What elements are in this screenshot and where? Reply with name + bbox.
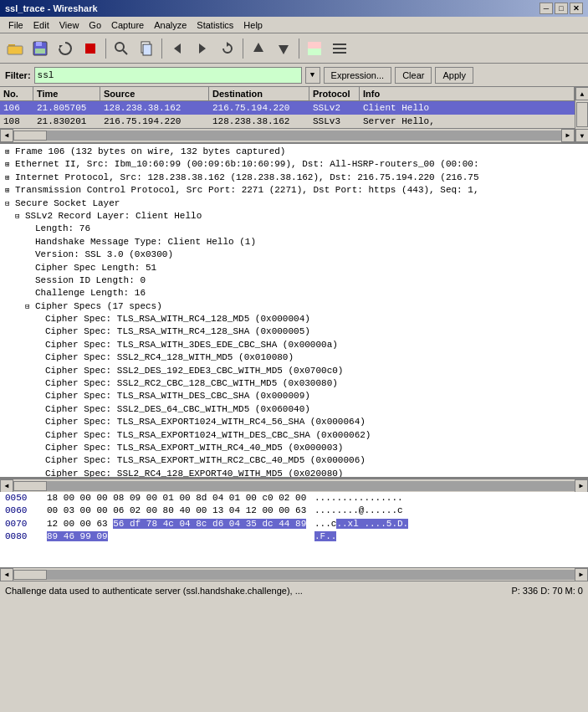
detail-cipher-3: Cipher Spec: TLS_RSA_WITH_3DES_EDE_CBC_S… [0,339,588,351]
col-header-destination[interactable]: Destination [209,87,309,100]
expand-icon [35,417,45,428]
packet-src: 128.238.38.162 [100,102,209,114]
hscroll-thumb[interactable] [13,131,47,141]
expand-icon [35,469,45,479]
packet-info: Server Hello, [360,115,575,127]
col-header-no[interactable]: No. [0,87,33,100]
toolbar [0,33,588,64]
vscroll-down[interactable]: ▼ [575,129,588,142]
details-hscroll-right[interactable]: ▶ [575,479,588,493]
toolbar-prefs[interactable] [328,37,351,60]
col-header-time[interactable]: Time [33,87,100,100]
packet-dst: 216.75.194.220 [209,102,309,114]
toolbar-forward[interactable] [191,37,214,60]
packet-src: 216.75.194.220 [100,115,209,127]
svg-rect-1 [8,46,23,54]
expand-icon: ⊟ [25,302,35,313]
svg-marker-13 [227,42,230,47]
expression-button[interactable]: Expression... [324,67,392,84]
toolbar-open[interactable] [3,37,27,60]
vscroll-thumb[interactable] [576,102,588,127]
expand-icon [25,224,35,235]
hex-offset: 0050 [5,492,47,505]
toolbar-sep2 [161,38,162,59]
packet-proto: SSLv2 [309,102,360,114]
toolbar-save[interactable] [28,37,52,60]
svg-rect-19 [333,48,346,49]
menu-go[interactable]: Go [84,18,106,32]
detail-version: Version: SSL 3.0 (0x0300) [0,248,588,261]
hscroll-left[interactable]: ◀ [0,129,13,142]
status-right: P: 336 D: 70 M: 0 [511,586,583,596]
maximize-button[interactable]: □ [555,3,568,14]
status-bar: Challenge data used to authenticate serv… [0,581,588,599]
toolbar-refresh[interactable] [216,37,239,60]
hex-row: 0060 00 03 00 00 06 02 00 80 40 00 13 04… [0,505,588,517]
packet-row[interactable]: 108 21.830201 216.75.194.220 128.238.38.… [0,115,575,128]
packet-no: 108 [0,115,33,127]
hex-hscroll-track[interactable] [13,570,575,580]
packet-proto: SSLv3 [309,115,360,127]
menu-file[interactable]: File [3,18,28,32]
hex-hscroll-left[interactable]: ◀ [0,568,13,581]
detail-cipher-2: Cipher Spec: TLS_RSA_WITH_RC4_128_SHA (0… [0,325,588,338]
menu-analyze[interactable]: Analyze [149,18,192,32]
close-button[interactable]: ✕ [570,3,583,14]
detail-cipher-specs[interactable]: ⊟Cipher Specs (17 specs) [0,300,588,313]
hscroll-track[interactable] [13,131,561,141]
menu-edit[interactable]: Edit [28,18,54,32]
toolbar-reload[interactable] [54,37,77,60]
svg-rect-20 [333,52,346,54]
window-title: ssl_trace - Wireshark [5,3,98,13]
svg-rect-10 [143,44,151,55]
col-header-protocol[interactable]: Protocol [309,87,360,100]
detail-ethernet[interactable]: ⊞Ethernet II, Src: Ibm_10:60:99 (00:09:6… [0,158,588,171]
details-hscroll-left[interactable]: ◀ [0,479,13,493]
menu-view[interactable]: View [54,18,84,32]
toolbar-find[interactable] [110,37,133,60]
svg-marker-15 [279,45,289,54]
col-header-source[interactable]: Source [100,87,209,100]
packet-row[interactable]: 106 21.805705 128.238.38.162 216.75.194.… [0,101,575,115]
toolbar-up[interactable] [247,37,270,60]
hex-ascii: ........@......c [314,505,403,517]
hex-offset: 0080 [5,530,47,543]
packet-details: ⊞Frame 106 (132 bytes on wire, 132 bytes… [0,144,588,479]
minimize-button[interactable]: ─ [539,3,553,14]
hex-hscroll-thumb[interactable] [13,570,47,580]
detail-ssl[interactable]: ⊟Secure Socket Layer [0,197,588,210]
menu-help[interactable]: Help [238,18,268,32]
hex-hscroll-right[interactable]: ▶ [575,568,588,581]
menu-statistics[interactable]: Statistics [192,18,238,32]
toolbar-back[interactable] [166,37,189,60]
detail-tcp[interactable]: ⊞Transmission Control Protocol, Src Port… [0,184,588,197]
vscroll-up[interactable]: ▲ [575,87,588,100]
menu-capture[interactable]: Capture [106,18,149,32]
packet-list-header: No. Time Source Destination Protocol Inf… [0,87,575,101]
detail-sslv2-record[interactable]: ⊟SSLv2 Record Layer: Client Hello [0,210,588,223]
expand-icon [25,289,35,300]
filter-dropdown[interactable]: ▼ [305,67,320,84]
expand-icon [35,341,45,351]
detail-ip[interactable]: ⊞Internet Protocol, Src: 128.238.38.162 … [0,172,588,184]
detail-cipher-10: Cipher Spec: TLS_RSA_EXPORT1024_WITH_DES… [0,429,588,442]
toolbar-colorize[interactable] [303,37,326,60]
details-hscroll-track[interactable] [13,481,575,491]
details-hscroll-thumb[interactable] [13,481,47,491]
clear-button[interactable]: Clear [395,67,432,84]
toolbar-stop[interactable] [79,37,102,60]
detail-frame[interactable]: ⊞Frame 106 (132 bytes on wire, 132 bytes… [0,146,588,158]
toolbar-down[interactable] [272,37,295,60]
apply-button[interactable]: Apply [435,67,473,84]
col-header-info[interactable]: Info [360,87,575,100]
filter-input[interactable] [34,67,302,84]
expand-icon [35,443,45,454]
hex-row: 0080 89 46 99 09 .F.. [0,530,588,543]
detail-cipher-7: Cipher Spec: TLS_RSA_WITH_DES_CBC_SHA (0… [0,390,588,402]
detail-length: Length: 76 [0,223,588,235]
expand-icon [35,392,45,402]
hex-ascii-highlight: ..xl ....5.D. [336,519,408,529]
hscroll-right[interactable]: ▶ [561,129,575,142]
packet-no: 106 [0,102,33,114]
toolbar-copy[interactable] [135,37,158,60]
